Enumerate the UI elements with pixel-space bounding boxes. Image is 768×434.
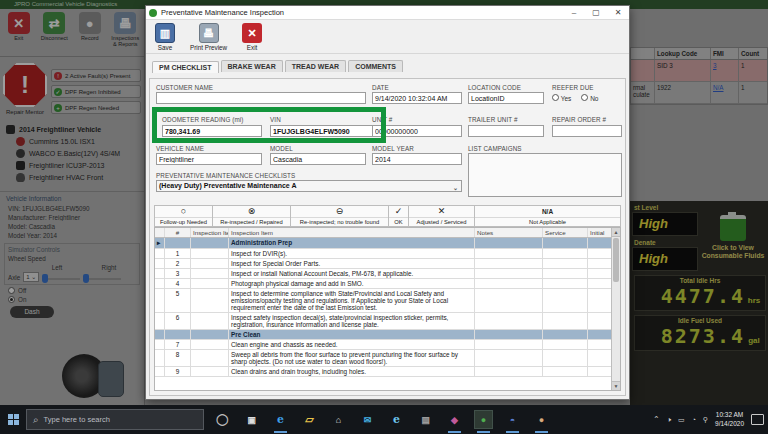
brake-drum-image [98, 361, 124, 397]
power-on-radio[interactable]: On [8, 296, 144, 303]
table-row[interactable]: 7 Clean engine and chassis as needed. [155, 340, 620, 350]
location-code-input[interactable] [468, 92, 544, 104]
active-faults-status[interactable]: ! 2 Active Fault(s) Present [51, 69, 141, 82]
tree-item-hvac[interactable]: Freightliner HVAC Front [16, 173, 142, 182]
radio-on[interactable] [8, 296, 15, 303]
cortana-icon[interactable]: ◯ [214, 411, 231, 428]
fault-row[interactable]: rmal culate 1922 N/A 1 [631, 82, 767, 104]
taskbar-clock[interactable]: 10:32 AM 9/14/2020 [715, 411, 744, 428]
table-row[interactable]: 8 Sweep all debris from the floor surfac… [155, 350, 620, 367]
network-icon[interactable]: ◔ [692, 416, 696, 423]
action-center-icon[interactable] [751, 414, 764, 425]
customer-name-input[interactable] [156, 92, 366, 104]
internet-explorer-icon[interactable]: e [388, 411, 405, 428]
display-icon[interactable]: ▭ [678, 416, 685, 424]
left-wheel-slider[interactable] [42, 278, 80, 280]
tree-item-engine[interactable]: Cummins 15.0L ISX1 [16, 137, 142, 146]
radio-off[interactable] [8, 287, 15, 294]
tree-item-cab[interactable]: Freightliner ICU3P-2013 [16, 161, 142, 170]
consumable-fluids-button[interactable]: Click to View Consumable Fluids [700, 215, 766, 260]
tab-comments[interactable]: COMMENTS [348, 60, 403, 72]
fault-table: Lookup Code FMI Count SID 3 3 1 rmal cul… [630, 47, 768, 105]
unit-number-input[interactable] [372, 125, 462, 137]
table-row[interactable]: 4 Photograph physical damage and add in … [155, 279, 620, 289]
tab-pm-checklist[interactable]: PM CHECKLIST [152, 61, 219, 73]
slider-knob[interactable] [42, 274, 48, 283]
start-button[interactable] [0, 414, 26, 425]
file-explorer-icon[interactable]: ▱ [301, 411, 318, 428]
taskbar-search[interactable]: ⌕ Type here to search [26, 409, 204, 430]
lookup-code-header[interactable]: Lookup Code [655, 48, 711, 59]
table-row[interactable]: 3 Inspect or install National Account De… [155, 269, 620, 279]
fault-row[interactable]: SID 3 3 1 [631, 60, 767, 82]
slider-knob[interactable] [83, 274, 89, 283]
fmi-link[interactable]: 3 [713, 62, 717, 69]
taskbar-icons: ◯ ▣ e ▱ ⌂ ✉ e ▤ ◆ ● ◓ ● [214, 411, 550, 428]
scroll-down-icon[interactable]: ▼ [612, 381, 620, 390]
tree-item-abs[interactable]: WABCO E.Basic(12V) 4S/4M [16, 149, 142, 158]
bg-toolbar: ✕ Exit ⇄ Disconnect ● Record 🖶 Inspectio… [0, 9, 144, 57]
mail-icon[interactable]: ✉ [359, 411, 376, 428]
task-view-icon[interactable]: ▣ [243, 411, 260, 428]
power-icon[interactable]: ⚲ [703, 416, 708, 424]
fmi-link[interactable]: N/A [713, 84, 724, 91]
count-header[interactable]: Count [739, 48, 767, 59]
list-campaigns-box[interactable] [468, 153, 622, 197]
inspections-reports-button[interactable]: 🖶 Inspections & Reports [111, 11, 141, 54]
tab-tread-wear[interactable]: TREAD WEAR [285, 60, 346, 72]
tab-brake-wear[interactable]: BRAKE WEAR [221, 60, 283, 72]
user-app-icon[interactable]: ● [533, 411, 550, 428]
table-scrollbar[interactable]: ▲ ▼ [611, 228, 620, 390]
axle-select[interactable]: 1 ⌄ [23, 272, 39, 282]
scroll-thumb[interactable] [613, 238, 619, 282]
minimize-button[interactable]: – [563, 6, 585, 20]
onenote-icon[interactable]: ▤ [417, 411, 434, 428]
power-off-radio[interactable]: Off [8, 287, 144, 294]
jpro-app-icon[interactable]: ● [475, 411, 492, 428]
repair-order-input[interactable] [552, 125, 622, 137]
exit-button[interactable]: ✕ Exit [4, 11, 34, 54]
dash-button[interactable]: Dash [10, 306, 54, 318]
odometer-input[interactable] [162, 125, 262, 137]
print-preview-button[interactable]: 🖶 Print Preview [190, 23, 227, 51]
section-row[interactable]: Pre Clean [155, 330, 620, 340]
record-button[interactable]: ● Record [75, 11, 105, 54]
model-input[interactable] [270, 153, 366, 165]
repair-mentor-button[interactable]: ! Repair Mentor [3, 63, 47, 115]
dialog-exit-button[interactable]: ✕ Exit [239, 23, 265, 51]
model-year-input[interactable] [372, 153, 462, 165]
edge-icon[interactable]: e [272, 411, 289, 428]
table-row[interactable]: 2 Inspect for Special Order Parts. [155, 259, 620, 269]
vin-input[interactable] [270, 125, 378, 137]
close-button[interactable]: ✕ [607, 6, 629, 20]
total-idle-hours-display: Total Idle Hrs 4477.4 hrs [634, 275, 766, 311]
reefer-yes-radio[interactable]: Yes [552, 94, 571, 102]
app-icon[interactable]: ◆ [446, 411, 463, 428]
right-wheel-slider[interactable] [83, 278, 121, 280]
date-input[interactable] [372, 92, 462, 104]
tree-root-vehicle[interactable]: 2014 Freightliner Vehicle [6, 125, 142, 134]
teams-icon[interactable]: ◓ [504, 411, 521, 428]
save-button[interactable]: ▥ Save [152, 23, 178, 51]
trailer-unit-input[interactable] [468, 125, 544, 137]
table-row[interactable]: 5 Inspect to determine compliance with S… [155, 289, 620, 313]
section-row[interactable]: ▸ Administration Prep [155, 238, 620, 249]
store-icon[interactable]: ⌂ [330, 411, 347, 428]
vehicle-name-input[interactable] [156, 153, 262, 165]
scroll-up-icon[interactable]: ▲ [612, 228, 620, 237]
model-year-label: MODEL YEAR [372, 145, 414, 152]
fmi-header[interactable]: FMI [711, 48, 739, 59]
maximize-button[interactable]: ▢ [585, 6, 607, 20]
table-row[interactable]: 6 Inspect safety inspection decal(s), st… [155, 313, 620, 330]
mic-icon[interactable]: 🕨 [667, 416, 671, 424]
dialog-titlebar[interactable]: Preventative Maintenance Inspection – ▢ … [146, 6, 629, 20]
tray-expand-icon[interactable]: ⌃ [653, 415, 660, 424]
dpf-regen-needed-status[interactable]: + DPF Regen Needed [51, 101, 141, 114]
table-row[interactable]: 1 Inspect for DVIR(s). [155, 249, 620, 259]
table-row[interactable]: 9 Clean drains and drain troughs, includ… [155, 367, 620, 377]
reefer-no-radio[interactable]: No [581, 94, 598, 102]
pm-inspection-dialog: Preventative Maintenance Inspection – ▢ … [145, 5, 630, 400]
disconnect-button[interactable]: ⇄ Disconnect [40, 11, 70, 54]
pm-checklist-select[interactable]: (Heavy Duty) Preventative Maintenance A … [156, 180, 462, 192]
dpf-regen-inhibited-status[interactable]: ✓ DPF Regen Inhibited [51, 85, 141, 98]
